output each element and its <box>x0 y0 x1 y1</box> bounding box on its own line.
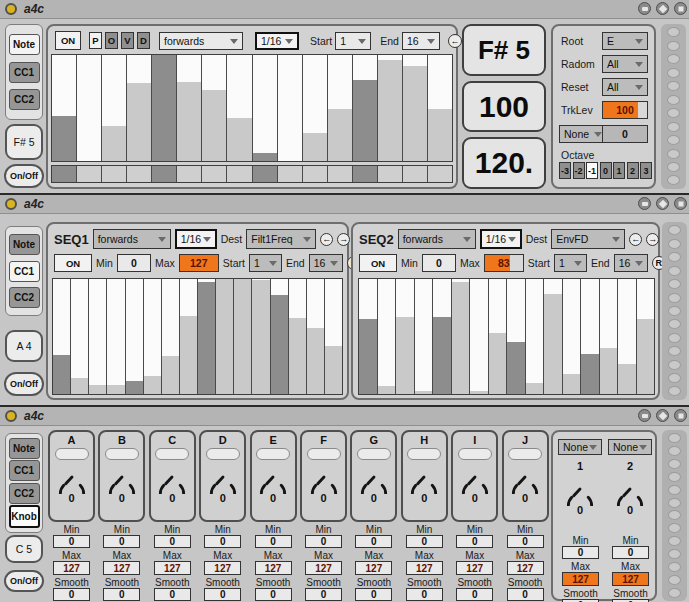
mode-button-p[interactable]: P <box>89 32 102 49</box>
max-box[interactable]: 127 <box>507 561 544 575</box>
gate-step-strip[interactable] <box>51 165 453 183</box>
sidebar-tab-note[interactable]: Note <box>9 438 40 459</box>
step-6[interactable] <box>452 279 471 394</box>
seq2-max-slider[interactable]: 83 <box>484 254 524 272</box>
seq1-dest-dropdown[interactable]: Filt1Freq <box>246 229 316 249</box>
seq1-rate-dropdown[interactable]: 1/16 <box>175 229 217 249</box>
octave-button--2[interactable]: -2 <box>573 162 585 179</box>
smooth-box[interactable]: 0 <box>53 588 90 601</box>
step-4[interactable] <box>127 55 152 161</box>
seq2-start-dropdown[interactable]: 1 <box>554 254 587 272</box>
octave-button-0[interactable]: 0 <box>600 162 612 179</box>
min-box[interactable]: 0 <box>305 535 342 548</box>
knob-range-slider[interactable] <box>206 448 240 460</box>
step-9[interactable] <box>198 279 216 394</box>
seq1-start-dropdown[interactable]: 1 <box>249 254 282 272</box>
knob-range-slider[interactable] <box>407 448 441 460</box>
sidebar-tab-cc1[interactable]: CC1 <box>9 62 40 83</box>
zero-numbox[interactable]: 0 <box>602 125 648 143</box>
step-8[interactable] <box>227 55 252 161</box>
octave-button--1[interactable]: -1 <box>586 162 598 179</box>
gate-step-4[interactable] <box>127 166 152 182</box>
direction-dropdown[interactable]: forwards <box>159 32 243 50</box>
smooth-box[interactable]: 0 <box>406 588 443 601</box>
max-box[interactable]: 127 <box>204 561 241 575</box>
seq1-max-slider[interactable]: 127 <box>179 254 219 272</box>
octave-button-1[interactable]: 1 <box>613 162 625 179</box>
gate-step-5[interactable] <box>152 166 177 182</box>
device-activator-icon[interactable] <box>5 410 17 422</box>
step-10[interactable] <box>216 279 234 394</box>
step-15[interactable] <box>307 279 325 394</box>
step-2[interactable] <box>77 55 102 161</box>
map1-dropdown[interactable]: None <box>558 439 602 455</box>
step-11[interactable] <box>234 279 252 394</box>
knob-dial[interactable] <box>255 460 291 494</box>
octave-button-2[interactable]: 2 <box>627 162 639 179</box>
max-box[interactable]: 127 <box>305 561 342 575</box>
gate-step-10[interactable] <box>278 166 303 182</box>
device-activator-icon[interactable] <box>5 3 17 15</box>
min-box[interactable]: 0 <box>355 535 392 548</box>
knob-dial[interactable] <box>54 460 90 494</box>
step-9[interactable] <box>507 279 526 394</box>
track-level-slider[interactable]: 100 <box>602 101 648 119</box>
knob-dial[interactable] <box>507 460 543 494</box>
step-13[interactable] <box>271 279 289 394</box>
smooth-box[interactable]: 0 <box>456 588 493 601</box>
min-box[interactable]: 0 <box>456 535 493 548</box>
step-13[interactable] <box>353 55 378 161</box>
min-box[interactable]: 0 <box>154 535 191 548</box>
start-dropdown[interactable]: 1 <box>335 32 371 50</box>
knob-range-slider[interactable] <box>256 448 290 460</box>
step-7[interactable] <box>202 55 227 161</box>
on-button[interactable]: ON <box>55 31 81 50</box>
step-12[interactable] <box>563 279 582 394</box>
sidebar-tab-cc2[interactable]: CC2 <box>9 287 40 308</box>
gate-step-3[interactable] <box>102 166 127 182</box>
onoff-button[interactable]: On/Off <box>4 164 44 188</box>
knob-range-slider[interactable] <box>508 448 542 460</box>
device-activator-icon[interactable] <box>5 198 17 210</box>
max-box[interactable]: 127 <box>154 561 191 575</box>
mode-button-d[interactable]: D <box>137 32 150 49</box>
smooth-box[interactable]: 0 <box>204 588 241 601</box>
step-12[interactable] <box>328 55 353 161</box>
map2-knob-dial[interactable] <box>612 472 648 506</box>
knob-range-slider[interactable] <box>155 448 189 460</box>
rate-dropdown[interactable]: 1/16 <box>255 32 299 50</box>
step-9[interactable] <box>253 55 278 161</box>
knob-range-slider[interactable] <box>55 448 89 460</box>
none-dropdown[interactable]: None <box>559 125 607 143</box>
device-edge-grip[interactable] <box>662 222 687 400</box>
seq1-shift-right-button[interactable]: → <box>337 233 350 246</box>
mode-button-v[interactable]: V <box>121 32 134 49</box>
gate-step-12[interactable] <box>328 166 353 182</box>
hotswap-icon[interactable] <box>656 197 669 210</box>
seq2-end-dropdown[interactable]: 16 <box>614 254 648 272</box>
end-dropdown[interactable]: 16 <box>402 32 440 50</box>
smooth-box[interactable]: 0 <box>154 588 191 601</box>
smooth-box[interactable]: 0 <box>255 588 292 601</box>
gate-step-2[interactable] <box>77 166 102 182</box>
root-dropdown[interactable]: E <box>602 32 648 50</box>
device-titlebar[interactable]: a4c <box>0 0 689 19</box>
seq1-end-dropdown[interactable]: 16 <box>309 254 343 272</box>
gate-step-9[interactable] <box>253 166 278 182</box>
reset-dropdown[interactable]: All <box>602 78 648 96</box>
mode-button-o[interactable]: O <box>105 32 118 49</box>
sidebar-tab-note[interactable]: Note <box>9 34 40 55</box>
step-2[interactable] <box>71 279 89 394</box>
min-box[interactable]: 0 <box>53 535 90 548</box>
map1-max-box[interactable]: 127 <box>562 572 599 586</box>
step-11[interactable] <box>303 55 328 161</box>
step-4[interactable] <box>415 279 434 394</box>
map2-min-box[interactable]: 0 <box>612 546 649 559</box>
step-16[interactable] <box>325 279 342 394</box>
min-box[interactable]: 0 <box>507 535 544 548</box>
device-titlebar[interactable]: a4c <box>0 195 689 214</box>
step-14[interactable] <box>378 55 403 161</box>
seq2-min-numbox[interactable]: 0 <box>422 254 456 272</box>
step-15[interactable] <box>403 55 428 161</box>
max-box[interactable]: 127 <box>103 561 140 575</box>
